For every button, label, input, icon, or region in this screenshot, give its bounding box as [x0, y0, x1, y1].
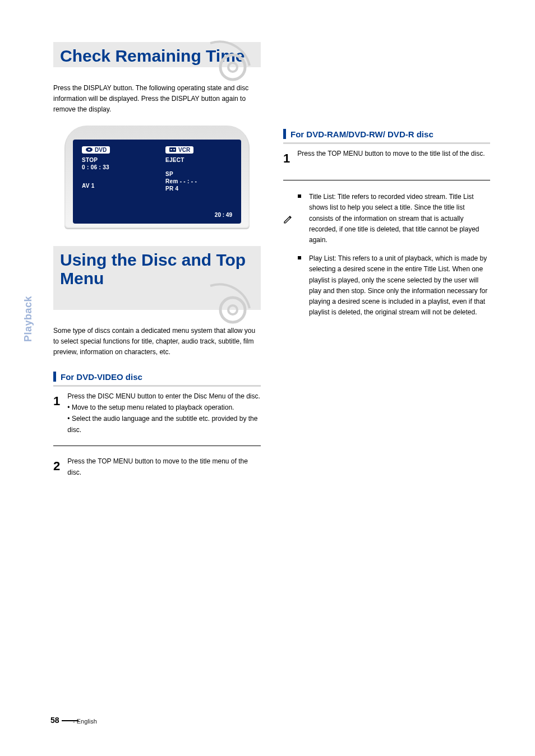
- svg-point-0: [220, 55, 245, 80]
- note-play-list: Play List: This refers to a unit of play…: [283, 253, 490, 318]
- note-title-list: Title List: Title refers to recorded vid…: [283, 192, 490, 245]
- left-column: Check Remaining Time Press the DISPLAY b…: [53, 42, 261, 484]
- title-using-menu: Using the Disc and Top Menu: [53, 246, 261, 310]
- svg-point-6: [173, 149, 175, 151]
- dvd-badge: DVD: [82, 146, 110, 154]
- subhead-dvd-ram-label: For DVD-RAM/DVD-RW/ DVD-R disc: [290, 129, 433, 139]
- step-2-num: 2: [53, 456, 66, 476]
- svg-point-3: [88, 149, 90, 151]
- sidebar-tab: Playback: [22, 296, 34, 342]
- step-2-left: 2 Press the TOP MENU button to move to t…: [53, 456, 261, 479]
- tv-screen-mock: DVD STOP 0 : 06 : 33 AV 1 VCR EJECT SP: [64, 126, 250, 229]
- right-column: For DVD-RAM/DVD-RW/ DVD-R disc 1 Press t…: [283, 42, 490, 484]
- vcr-tape-icon: [169, 147, 177, 152]
- pencil-note-icon: [283, 193, 293, 245]
- step-1-right-num: 1: [283, 149, 296, 169]
- elapsed-time: 0 : 06 : 33: [82, 164, 149, 170]
- step-1-left: 1 Press the DISC MENU button to enter th…: [53, 391, 261, 435]
- svg-point-1: [228, 63, 237, 72]
- sp-label: SP: [165, 171, 232, 177]
- dvd-label: DVD: [95, 147, 107, 153]
- footer-label: - English: [73, 718, 97, 725]
- step-1-num: 1: [53, 391, 66, 411]
- step-2-text: Press the TOP MENU button to move to the…: [67, 456, 260, 479]
- note-2-text: Play List: This refers to a unit of play…: [309, 253, 490, 318]
- eject-label: EJECT: [165, 157, 232, 163]
- step-1-bullet1: Move to the setup menu related to playba…: [72, 403, 234, 411]
- subhead-dvd-video: For DVD-VIDEO disc: [53, 372, 261, 387]
- note-1-text: Title List: Title refers to recorded vid…: [309, 192, 490, 245]
- clock-time: 20 : 49: [215, 212, 232, 218]
- step-1-text: Press the DISC MENU button to enter the …: [67, 392, 260, 400]
- step-1-right: 1 Press the TOP MENU button to move to t…: [283, 149, 490, 169]
- disc-icon: [207, 40, 252, 85]
- svg-point-8: [228, 305, 237, 314]
- svg-rect-4: [169, 147, 176, 152]
- dvd-disc-icon: [85, 147, 93, 152]
- pr-label: PR 4: [165, 185, 232, 192]
- vcr-badge: VCR: [165, 146, 193, 154]
- svg-point-5: [170, 149, 172, 151]
- disc-icon: [207, 283, 252, 328]
- step-1-bullet2: Select the audio language and the subtit…: [67, 415, 257, 434]
- subhead-dvd-video-label: For DVD-VIDEO disc: [61, 372, 142, 382]
- av-label: AV 1: [82, 183, 149, 189]
- page-number-value: 58: [50, 716, 59, 725]
- rem-label: Rem - - : - -: [165, 178, 232, 184]
- heading-using-menu: Using the Disc and Top Menu: [60, 251, 261, 287]
- svg-point-7: [220, 298, 245, 322]
- menu-intro-text: Some type of discs contain a dedicated m…: [53, 326, 261, 358]
- intro-text: Press the DISPLAY button. The following …: [53, 83, 261, 115]
- stop-label: STOP: [82, 157, 149, 163]
- vcr-label: VCR: [178, 147, 190, 153]
- step-1-right-text: Press the TOP MENU button to move to the…: [297, 149, 490, 160]
- subhead-dvd-ram: For DVD-RAM/DVD-RW/ DVD-R disc: [283, 129, 490, 144]
- title-check-remaining: Check Remaining Time: [53, 42, 261, 67]
